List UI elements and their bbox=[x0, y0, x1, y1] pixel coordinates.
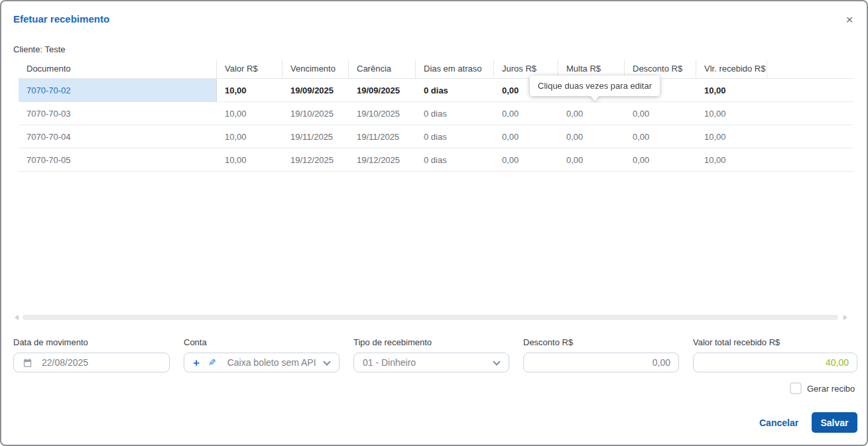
scrollbar-left-arrow-icon[interactable] bbox=[15, 315, 19, 320]
edit-tooltip: Clique duas vezes para editar bbox=[530, 76, 660, 96]
calendar-icon[interactable] bbox=[23, 358, 32, 368]
cell-dias-em-atraso: 0 dias bbox=[416, 125, 494, 148]
documents-table: Documento Valor R$ Vencimento Carência D… bbox=[19, 60, 853, 172]
column-header-vencimento: Vencimento bbox=[282, 60, 349, 78]
column-header-documento: Documento bbox=[19, 60, 217, 78]
desconto-field: Desconto R$ 0,00 bbox=[523, 337, 679, 372]
cell-dias-em-atraso: 0 dias bbox=[416, 102, 494, 125]
conta-label: Conta bbox=[184, 337, 340, 347]
cell-vlr-recebido[interactable]: 10,00 bbox=[696, 125, 767, 148]
table-row[interactable]: 7070-70-05 10,00 19/12/2025 19/12/2025 0… bbox=[19, 148, 853, 172]
cell-dias-em-atraso: 0 dias bbox=[416, 148, 494, 172]
horizontal-scrollbar[interactable] bbox=[23, 315, 838, 320]
cell-filler bbox=[767, 148, 853, 172]
chevron-down-icon[interactable] bbox=[493, 358, 500, 365]
scrollbar-right-arrow-icon[interactable] bbox=[843, 315, 847, 320]
cell-filler bbox=[767, 79, 853, 102]
cell-desconto[interactable]: 0,00 bbox=[625, 148, 696, 172]
cell-vlr-recebido[interactable]: 10,00 bbox=[696, 79, 767, 102]
cancel-button[interactable]: Cancelar bbox=[759, 418, 798, 428]
cell-vencimento: 19/10/2025 bbox=[282, 102, 349, 125]
column-header-valor: Valor R$ bbox=[217, 60, 282, 78]
desconto-input[interactable]: 0,00 bbox=[523, 353, 679, 372]
cell-vencimento: 19/09/2025 bbox=[282, 79, 349, 102]
cell-carencia: 19/11/2025 bbox=[349, 125, 416, 148]
tipo-recebimento-field: Tipo de recebimento 01 - Dinheiro bbox=[353, 337, 509, 372]
client-label: Cliente: Teste bbox=[13, 44, 66, 54]
cell-documento[interactable]: 7070-70-02 bbox=[19, 79, 217, 102]
edit-account-icon[interactable]: ✎ bbox=[208, 358, 216, 367]
cell-valor: 10,00 bbox=[217, 102, 282, 125]
cell-documento[interactable]: 7070-70-05 bbox=[19, 148, 217, 172]
cell-valor: 10,00 bbox=[217, 125, 282, 148]
tipo-recebimento-select[interactable]: 01 - Dinheiro bbox=[353, 353, 509, 372]
cell-valor: 10,00 bbox=[217, 79, 282, 102]
table-header-row: Documento Valor R$ Vencimento Carência D… bbox=[19, 60, 853, 79]
data-movimento-label: Data de movimento bbox=[13, 337, 170, 347]
cell-desconto[interactable]: 0,00 bbox=[625, 102, 696, 125]
desconto-value: 0,00 bbox=[524, 357, 678, 368]
cell-multa[interactable]: 0,00 bbox=[558, 148, 625, 172]
valor-total-value: 40,00 bbox=[694, 357, 857, 368]
cell-multa[interactable]: 0,00 bbox=[558, 102, 625, 125]
cell-juros[interactable]: 0,00 bbox=[494, 148, 558, 172]
cell-carencia: 19/12/2025 bbox=[349, 148, 416, 172]
gerar-recibo-option: Gerar recibo bbox=[790, 382, 855, 394]
add-account-icon[interactable]: + bbox=[193, 357, 200, 368]
tipo-recebimento-value: 01 - Dinheiro bbox=[363, 357, 416, 368]
cell-vencimento: 19/12/2025 bbox=[282, 148, 349, 172]
data-movimento-field: Data de movimento 22/08/2025 bbox=[13, 337, 170, 372]
table-row[interactable]: 7070-70-03 10,00 19/10/2025 19/10/2025 0… bbox=[19, 102, 853, 125]
cell-valor: 10,00 bbox=[217, 148, 282, 172]
chevron-down-icon[interactable] bbox=[323, 358, 330, 365]
cell-filler bbox=[767, 102, 853, 125]
table-row[interactable]: 7070-70-04 10,00 19/11/2025 19/11/2025 0… bbox=[19, 125, 853, 148]
desconto-label: Desconto R$ bbox=[523, 337, 679, 347]
dialog-title: Efetuar recebimento bbox=[13, 13, 109, 25]
cell-filler bbox=[767, 125, 853, 148]
gerar-recibo-checkbox[interactable] bbox=[790, 382, 802, 394]
cell-juros[interactable]: 0,00 bbox=[494, 125, 558, 148]
efetuar-recebimento-dialog: Efetuar recebimento × Cliente: Teste Doc… bbox=[0, 0, 868, 446]
tipo-recebimento-label: Tipo de recebimento bbox=[353, 337, 509, 347]
cell-documento[interactable]: 7070-70-03 bbox=[19, 102, 217, 125]
valor-total-field: Valor total recebido R$ 40,00 bbox=[693, 337, 857, 372]
conta-field: Conta + ✎ Caixa boleto sem API bbox=[184, 337, 340, 372]
cell-vlr-recebido[interactable]: 10,00 bbox=[696, 102, 767, 125]
cell-desconto[interactable]: 0,00 bbox=[625, 125, 696, 148]
close-icon[interactable]: × bbox=[841, 12, 857, 28]
cell-carencia: 19/09/2025 bbox=[349, 79, 416, 102]
column-header-carencia: Carência bbox=[349, 60, 416, 78]
gerar-recibo-label: Gerar recibo bbox=[807, 384, 855, 394]
cell-dias-em-atraso: 0 dias bbox=[416, 79, 494, 102]
table-row[interactable]: 7070-70-02 10,00 19/09/2025 19/09/2025 0… bbox=[19, 79, 853, 102]
cell-documento[interactable]: 7070-70-04 bbox=[19, 125, 217, 148]
cell-vlr-recebido[interactable]: 10,00 bbox=[696, 148, 767, 172]
column-header-filler bbox=[767, 60, 853, 78]
conta-value: Caixa boleto sem API bbox=[227, 357, 316, 368]
cell-carencia: 19/10/2025 bbox=[349, 102, 416, 125]
cell-multa[interactable]: 0,00 bbox=[558, 125, 625, 148]
data-movimento-input[interactable]: 22/08/2025 bbox=[13, 353, 170, 372]
cell-juros[interactable]: 0,00 bbox=[494, 102, 558, 125]
valor-total-label: Valor total recebido R$ bbox=[693, 337, 857, 347]
save-button[interactable]: Salvar bbox=[812, 412, 857, 433]
column-header-vlr-recebido: Vlr. recebido R$ bbox=[696, 60, 767, 78]
conta-select[interactable]: + ✎ Caixa boleto sem API bbox=[184, 353, 340, 372]
valor-total-input[interactable]: 40,00 bbox=[693, 353, 857, 372]
cell-vencimento: 19/11/2025 bbox=[282, 125, 349, 148]
data-movimento-value: 22/08/2025 bbox=[42, 357, 88, 368]
column-header-dias-em-atraso: Dias em atraso bbox=[416, 60, 494, 78]
